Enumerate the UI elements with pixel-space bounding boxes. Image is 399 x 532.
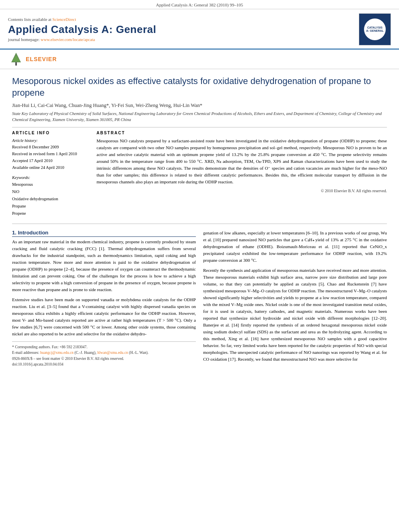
intro-paragraph-2: Extensive studies have been made on supp… [12, 296, 196, 337]
journal-citation-bar: Applied Catalysis A: General 382 (2010) … [0, 0, 399, 9]
accepted-date: Accepted 17 April 2010 [12, 158, 88, 164]
footnote-email-author1: (C.-J. Huang), [74, 351, 97, 355]
homepage-url[interactable]: www.elsevier.com/locate/apcata [41, 37, 95, 42]
keywords-list: Mesoporous NiO Oxidative dehydrogenation… [12, 181, 88, 217]
info-abstract-section: ARTICLE INFO Article history: Received 8… [12, 131, 387, 220]
journal-title-banner: Applied Catalysis A: General [8, 23, 156, 36]
article-history-title: Article history: [12, 138, 88, 144]
article-title: Mesoporous nickel oxides as effective ca… [12, 76, 387, 99]
received-revised-date: Received in revised form 1 April 2010 [12, 151, 88, 158]
received-date: Received 8 December 2009 [12, 144, 88, 151]
contents-available-line: Contents lists available at ScienceDirec… [8, 17, 76, 22]
footnote-issn-line: 0926-860X/$ – see front matter © 2010 El… [12, 356, 196, 362]
article-body: Mesoporous nickel oxides as effective ca… [0, 69, 399, 375]
footnote-doi-line: doi:10.1016/j.apcata.2010.04.034 [12, 362, 196, 367]
footnote-star-line: * Corresponding authors. Fax: +86 592 21… [12, 344, 196, 350]
copyright-line: © 2010 Elsevier B.V. All rights reserved… [97, 189, 387, 193]
main-col-right: genation of low alkanes, especially at l… [203, 230, 387, 368]
affiliation-text: State Key Laboratory of Physical Chemist… [12, 111, 387, 123]
elsevier-label-text: ELSEVIER [26, 56, 57, 62]
page: Applied Catalysis A: General 382 (2010) … [0, 0, 399, 532]
article-info-col: ARTICLE INFO Article history: Received 8… [12, 131, 88, 220]
footnote-email-author2: (H.-L. Wan). [129, 351, 149, 355]
science-direct-link[interactable]: ScienceDirect [52, 17, 76, 22]
authors-line: Jian-Hui Li, Cai-Cai Wang, Chuan-Jing Hu… [12, 103, 387, 109]
elsevier-logo: ELSEVIER [8, 51, 57, 67]
article-info-label: ARTICLE INFO [12, 131, 88, 135]
main-col-left: 1. Introduction As an important raw mate… [12, 230, 196, 368]
keyword-3: Oxidative dehydrogenation [12, 195, 88, 203]
keyword-2: NiO [12, 188, 88, 195]
available-online-date: Available online 24 April 2010 [12, 164, 88, 171]
homepage-line: journal homepage: www.elsevier.com/locat… [8, 37, 95, 42]
abstract-col: ABSTRACT Mesoporous NiO catalysts prepar… [97, 131, 387, 220]
footnote-email-text: E-mail addresses: [12, 351, 40, 355]
article-history-block: Article history: Received 8 December 200… [12, 138, 88, 217]
keyword-1: Mesoporous [12, 181, 88, 188]
intro-paragraph-1: As an important raw material in the mode… [12, 238, 196, 293]
footnote-email-1-link[interactable]: huangcj@xmu.edu.cn [40, 351, 74, 355]
introduction-heading: 1. Introduction [12, 230, 196, 237]
keywords-title: Keywords: [12, 175, 88, 181]
journal-banner: Contents lists available at ScienceDirec… [0, 9, 399, 49]
footnote-email-line: E-mail addresses: huangcj@xmu.edu.cn (C.… [12, 350, 196, 355]
abstract-text: Mesoporous NiO catalysts prepared by a s… [97, 138, 387, 185]
right-paragraph-1: genation of low alkanes, especially at l… [203, 230, 387, 264]
elsevier-tree-icon [8, 51, 24, 67]
divider-2 [12, 224, 387, 224]
banner-left: Contents lists available at ScienceDirec… [8, 17, 156, 42]
divider-1 [12, 127, 387, 127]
journal-citation-text: Applied Catalysis A: General 382 (2010) … [156, 2, 243, 7]
abstract-label: ABSTRACT [97, 131, 387, 135]
svg-rect-0 [15, 62, 17, 66]
footnote-section: * Corresponding authors. Fax: +86 592 21… [12, 341, 196, 367]
main-body-section: 1. Introduction As an important raw mate… [12, 230, 387, 368]
keyword-4: Propane [12, 203, 88, 210]
keyword-5: Propene [12, 210, 88, 217]
journal-logo: CATALYSISA: GENERAL [359, 13, 391, 45]
footnote-email-2-link[interactable]: hlwan@xmu.edu.cn [97, 351, 128, 355]
right-paragraph-2: Recently the synthesis and application o… [203, 267, 387, 363]
elsevier-logo-bar: ELSEVIER [0, 49, 399, 69]
